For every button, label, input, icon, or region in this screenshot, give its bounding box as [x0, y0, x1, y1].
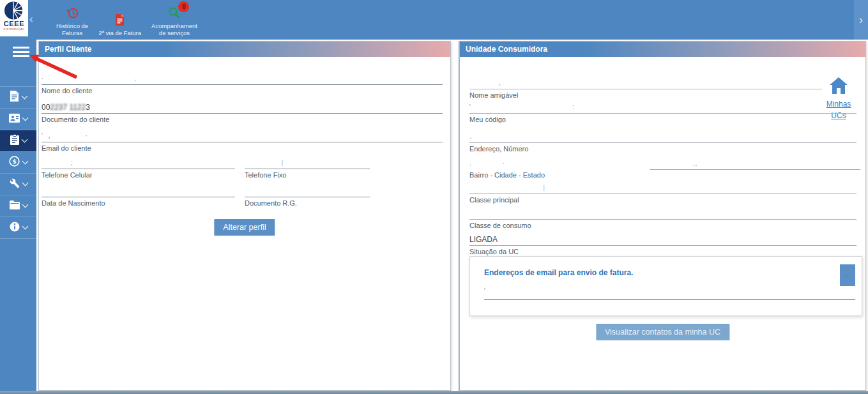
sidebar-item-files[interactable] — [0, 195, 36, 216]
field-documento-cliente[interactable]: 002237 11223 Documento do cliente — [42, 102, 443, 123]
contact-card-icon — [9, 114, 20, 125]
info-icon — [10, 222, 20, 234]
chevron-down-icon — [22, 180, 28, 186]
field-value[interactable]: . — [469, 132, 857, 143]
sidebar-item-info[interactable] — [0, 216, 36, 239]
field-value[interactable]: 002237 11223 — [42, 102, 443, 114]
field-value[interactable]: ; — [42, 158, 235, 169]
field-value[interactable] — [42, 186, 235, 197]
field-label: Data de Nascimento — [42, 199, 235, 207]
back-chevron-icon[interactable]: ‹ — [29, 13, 33, 26]
toolbar-label: Faturas — [62, 29, 82, 36]
toolbar-label: Histórico de — [56, 22, 88, 29]
sidebar-item-contact-card[interactable] — [0, 108, 36, 130]
logo-subtext: DISTRIBUIÇÃO — [0, 28, 28, 31]
field-value[interactable]: . · — [469, 158, 857, 169]
bottom-scrollbar-strip[interactable] — [0, 391, 868, 394]
field-label: Nome do cliente — [42, 87, 443, 95]
field-value[interactable] — [245, 186, 370, 197]
field-telefone-fixo[interactable]: | Telefone Fixo — [245, 158, 370, 179]
top-toolbar: ‹ Histórico de Faturas 2ª via de Fatura … — [0, 0, 868, 40]
field-label: Documento R.G. — [245, 199, 370, 207]
currency-dollar-icon: $ — [9, 156, 20, 169]
panel-title: Unidade Consumidora — [460, 42, 865, 57]
alterar-perfil-button[interactable]: Alterar perfil — [214, 219, 275, 236]
ceee-portal-screen: ‹ Histórico de Faturas 2ª via de Fatura … — [0, 0, 868, 394]
left-sidebar: $ — [0, 40, 36, 391]
toolbar-label: Acompanhament — [151, 22, 197, 29]
email-options-button[interactable]: ... — [840, 264, 855, 286]
wrench-icon — [10, 178, 20, 191]
toolbar-label: de serviços — [159, 29, 190, 36]
forward-chevron-icon[interactable]: › — [854, 0, 868, 40]
toolbar-item-historico-faturas[interactable]: Histórico de Faturas — [56, 6, 88, 36]
field-documento-rg[interactable]: Documento R.G. — [245, 186, 370, 207]
unidade-consumidora-panel: Unidade Consumidora Minhas UCs , Nome am… — [459, 41, 866, 391]
search-icon: 0 — [168, 6, 180, 21]
field-label: Email do cliente — [42, 144, 443, 152]
history-clock-icon — [66, 6, 79, 21]
field-meu-codigo[interactable]: ' : Meu código — [469, 102, 857, 123]
field-label: Bairro - Cidade - Estado — [469, 171, 857, 179]
svg-text:$: $ — [12, 158, 17, 165]
field-value[interactable]: | — [469, 183, 857, 194]
field-classe-principal[interactable]: | Classe principal — [469, 183, 857, 204]
field-value[interactable] — [469, 208, 857, 220]
sidebar-item-services[interactable] — [0, 173, 36, 195]
chevron-down-icon — [22, 115, 29, 121]
field-label: Telefone Fixo — [245, 171, 370, 179]
field-email-cliente[interactable]: ' , · Email do cliente — [42, 131, 443, 152]
visualizar-contatos-button[interactable]: Visualizar contatos da minha UC — [596, 324, 729, 340]
field-telefone-celular[interactable]: ; Telefone Celular — [42, 158, 235, 179]
sidebar-item-financial[interactable]: $ — [0, 151, 36, 173]
field-value[interactable]: , — [469, 78, 822, 89]
field-label: Telefone Celular — [42, 171, 235, 179]
field-value[interactable]: ' , · — [42, 131, 443, 142]
field-label: Classe principal — [469, 196, 857, 204]
clipboard-icon — [10, 134, 19, 148]
chevron-down-icon — [22, 93, 28, 100]
field-value[interactable]: · , — [42, 73, 443, 85]
field-value[interactable]: ' : — [469, 102, 857, 114]
toolbar-items: Histórico de Faturas 2ª via de Fatura 0 … — [56, 3, 197, 36]
field-label: Documento do cliente — [42, 116, 443, 123]
logo-text: CEEE — [0, 20, 28, 27]
field-classe-consumo[interactable]: Classe de consumo — [469, 208, 857, 229]
field-label: Situação da UC — [469, 248, 857, 255]
email-box-title: Endereços de email para envio de fatura. — [484, 268, 633, 277]
email-value[interactable]: ' — [484, 287, 485, 294]
perfil-cliente-panel: Perfil Cliente · , Nome do cliente 00223… — [38, 41, 451, 391]
field-label: Classe de consumo — [469, 222, 857, 229]
field-data-nascimento[interactable]: Data de Nascimento — [42, 186, 235, 207]
email-underline — [484, 299, 855, 299]
field-value[interactable]: | — [245, 158, 370, 169]
field-situacao-uc[interactable]: LIGADA Situação da UC — [469, 234, 857, 255]
field-label: Meu código — [469, 116, 857, 123]
folder-icon — [10, 201, 20, 212]
field-value[interactable]: LIGADA — [469, 234, 857, 246]
sidebar-menu: $ — [0, 86, 36, 239]
toolbar-item-acompanhamento-servicos[interactable]: 0 Acompanhament de serviços — [151, 6, 197, 36]
chevron-down-icon — [22, 202, 28, 208]
email-fatura-box: Endereços de email para envio de fatura.… — [469, 256, 862, 316]
sidebar-item-clipboard-selected[interactable] — [0, 130, 36, 151]
field-nome-cliente[interactable]: · , Nome do cliente — [42, 73, 443, 95]
hamburger-menu-icon[interactable] — [13, 47, 29, 59]
field-label: Endereço, Número — [469, 145, 857, 153]
panel-title: Perfil Cliente — [39, 42, 450, 57]
chevron-down-icon — [22, 224, 28, 230]
chevron-down-icon — [21, 137, 27, 143]
notification-badge: 0 — [178, 1, 189, 12]
field-endereco-numero[interactable]: . Endereço, Número — [469, 132, 857, 153]
toolbar-label: 2ª via de Fatura — [98, 29, 141, 36]
numero-field-underline — [650, 169, 860, 170]
sidebar-item-documents[interactable] — [0, 86, 36, 108]
field-nome-amigavel[interactable]: , Nome amigável — [469, 78, 857, 99]
field-bairro-cidade-estado[interactable]: . · ‥ Bairro - Cidade - Estado — [469, 158, 857, 179]
invoice-document-icon — [115, 14, 125, 28]
numero-field-speck: ‥ — [693, 160, 697, 167]
chevron-down-icon — [22, 158, 29, 165]
ceee-logo: CEEE DISTRIBUIÇÃO — [0, 0, 28, 36]
document-icon — [10, 91, 19, 104]
toolbar-item-segunda-via[interactable]: 2ª via de Fatura — [98, 14, 141, 36]
